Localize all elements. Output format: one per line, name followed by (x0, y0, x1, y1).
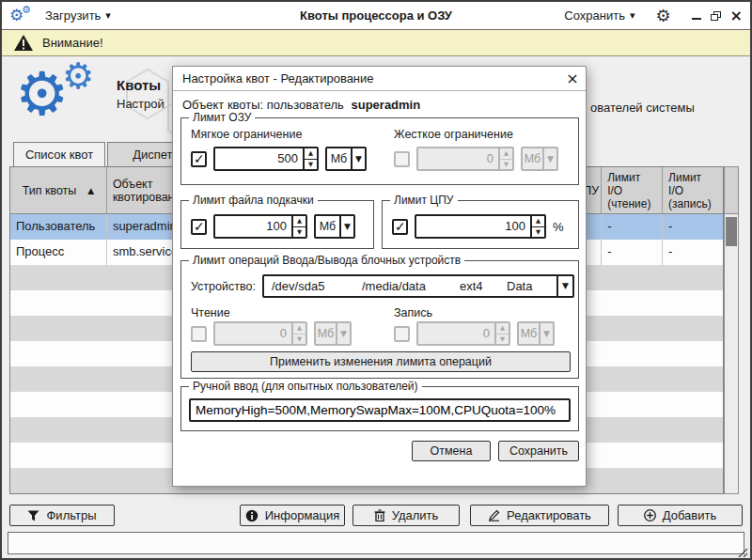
dialog-save-button[interactable]: Сохранить (498, 441, 579, 461)
manual-input-group: Ручной ввод (для опытных пользователей) (180, 386, 579, 431)
soft-limit-spinbox[interactable]: 500 ▲ ▼ (213, 147, 319, 171)
delete-button-label: Удалить (392, 508, 439, 522)
app-window: ⚙ ⚙ Загрузить Квоты процессора и ОЗУ Сох… (0, 0, 752, 560)
cpu-limit-spinbox[interactable]: 100 ▲ ▼ (415, 214, 546, 239)
hard-limit-spin-buttons: ▲ ▼ (498, 148, 512, 169)
soft-limit-value[interactable]: 500 (215, 148, 303, 169)
gear-large-icon: ⚙ (15, 64, 69, 124)
cpu-limit-unit-label: % (553, 220, 564, 234)
delete-button[interactable]: Удалить (352, 505, 460, 526)
io-write-unit-value: Мб (519, 323, 539, 344)
ram-limit-group: Лимит ОЗУ Мягкое ограничение Жесткое огр… (180, 117, 579, 185)
hard-limit-spinbox: 0 ▲ ▼ (416, 147, 514, 171)
swap-limit-group: Лимит файла подкачки 100 ▲ ▼ Мб ▼ (180, 200, 374, 249)
dropdown-arrow-icon: ▼ (351, 148, 365, 169)
io-read-label: Чтение (191, 306, 230, 319)
dialog-header: Настройка квот - Редактирование × (173, 67, 586, 91)
dropdown-arrow-icon: ▼ (539, 323, 553, 344)
cancel-button[interactable]: Отмена (412, 441, 491, 461)
cell-type: Пользователь (10, 214, 107, 240)
spin-down-icon[interactable]: ▼ (532, 227, 544, 238)
scrollbar-thumb[interactable] (726, 217, 737, 246)
io-write-value: 0 (418, 323, 494, 344)
soft-limit-unit-select[interactable]: Мб ▼ (325, 147, 367, 171)
add-button[interactable]: Добавить (618, 505, 743, 526)
info-button-label: Информация (265, 508, 340, 522)
filters-button[interactable]: Фильтры (9, 505, 115, 526)
page-subtitle-left: Настрой (117, 97, 164, 111)
spin-up-icon: ▲ (500, 148, 512, 160)
manual-input-legend: Ручной ввод (для опытных пользователей) (189, 380, 422, 393)
dropdown-arrow-icon: ▼ (542, 148, 556, 169)
warning-text: Внимание! (42, 36, 103, 50)
edit-button[interactable]: Редактировать (470, 505, 609, 526)
status-bar (8, 532, 744, 554)
edit-button-label: Редактировать (507, 508, 591, 522)
swap-limit-spin-buttons: ▲ ▼ (291, 216, 306, 237)
cpu-limit-checkbox[interactable] (392, 219, 408, 235)
funnel-icon (27, 510, 39, 521)
swap-limit-spinbox[interactable]: 100 ▲ ▼ (213, 214, 307, 239)
spin-down-icon[interactable]: ▼ (305, 160, 317, 170)
io-read-spinbox: 0 ▲ ▼ (213, 321, 307, 346)
device-mount-point: /media/data (362, 276, 426, 296)
column-header-type[interactable]: Тип квоты ▲ (10, 167, 107, 213)
spin-down-icon[interactable]: ▼ (293, 227, 306, 238)
column-header-io-write-line2: (запись) (668, 197, 717, 210)
soft-limit-checkbox[interactable] (191, 151, 207, 167)
close-button[interactable]: × (730, 9, 743, 23)
swap-limit-unit-select[interactable]: Мб ▼ (314, 214, 355, 239)
cpu-limit-legend: Лимит ЦПУ (390, 194, 458, 207)
dialog-save-button-label: Сохранить (509, 444, 568, 458)
column-header-io-write-line1: Лимит I/O (668, 171, 717, 197)
device-select[interactable]: /dev/sda5 /media/data ext4 Data ▼ (262, 274, 574, 298)
trash-icon (374, 509, 385, 521)
cell-io-write: - (663, 240, 723, 265)
column-header-io-read[interactable]: Лимит I/O (чтение) (602, 167, 663, 213)
dialog-title: Настройка квот - Редактирование (182, 67, 374, 90)
cpu-limit-value[interactable]: 100 (416, 216, 530, 237)
spin-down-icon: ▼ (500, 160, 512, 170)
load-button[interactable]: Загрузить (39, 6, 117, 25)
page-logo-gears-icon: ⚙ ⚙ (15, 60, 109, 145)
vertical-scrollbar[interactable] (724, 166, 739, 494)
page-heading: Квоты (117, 77, 161, 93)
apply-io-limit-button[interactable]: Применить изменения лимита операций (191, 351, 571, 372)
io-read-value: 0 (215, 323, 291, 344)
minimize-button[interactable] (692, 12, 701, 20)
info-button[interactable]: Информация (240, 505, 345, 526)
info-icon (245, 509, 258, 522)
soft-limit-spin-buttons: ▲ ▼ (303, 148, 317, 169)
io-read-unit-select: Мб ▼ (314, 321, 352, 346)
dropdown-arrow-icon: ▼ (336, 323, 350, 344)
warning-bar: Внимание! (2, 30, 750, 56)
spin-up-icon[interactable]: ▲ (532, 216, 544, 227)
io-write-checkbox[interactable] (394, 326, 410, 342)
resize-grip-icon[interactable] (737, 547, 748, 558)
hard-limit-unit-value: Мб (523, 148, 542, 169)
swap-limit-checkbox[interactable] (191, 219, 207, 235)
spin-up-icon: ▲ (293, 323, 306, 334)
io-limit-legend: Лимит операций Ввода/Вывода блочных устр… (189, 254, 464, 267)
settings-gear-icon[interactable]: ⚙ (655, 8, 670, 24)
add-button-label: Добавить (663, 508, 716, 522)
save-button[interactable]: Сохранить (558, 6, 640, 25)
gear-small-icon: ⚙ (22, 5, 31, 15)
maximize-button[interactable] (711, 11, 721, 21)
spin-up-icon[interactable]: ▲ (305, 148, 317, 160)
ram-limit-legend: Лимит ОЗУ (189, 111, 255, 124)
spin-up-icon[interactable]: ▲ (293, 216, 306, 227)
manual-input-field[interactable] (189, 398, 571, 422)
io-write-spin-buttons: ▲ ▼ (494, 323, 509, 344)
tab-quota-list[interactable]: Список квот (13, 142, 105, 167)
quota-edit-dialog: Настройка квот - Редактирование × Объект… (172, 66, 587, 487)
soft-limit-unit-value: Мб (327, 148, 351, 169)
io-read-checkbox[interactable] (191, 326, 207, 342)
hard-limit-checkbox[interactable] (394, 151, 410, 167)
swap-limit-value[interactable]: 100 (215, 216, 291, 237)
spin-down-icon: ▼ (293, 334, 306, 345)
column-header-io-write[interactable]: Лимит I/O (запись) (663, 167, 723, 213)
dropdown-arrow-icon: ▼ (556, 276, 572, 296)
device-path: /dev/sda5 (272, 276, 324, 296)
dialog-close-button[interactable]: × (563, 69, 582, 87)
